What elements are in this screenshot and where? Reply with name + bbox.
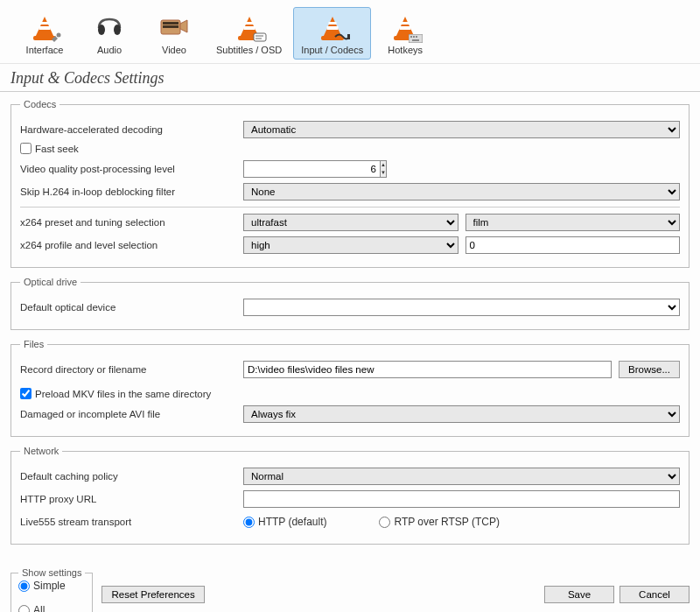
toolbar-item-audio[interactable]: Audio: [79, 7, 140, 60]
svg-rect-10: [409, 34, 423, 43]
damaged-avi-label: Damaged or incomplete AVI file: [20, 409, 243, 419]
preload-mkv-checkbox[interactable]: [20, 388, 32, 399]
skip-h264-select[interactable]: None: [243, 183, 680, 200]
hw-decoding-label: Hardware-accelerated decoding: [20, 124, 243, 135]
record-dir-input[interactable]: [243, 361, 612, 378]
x264-level-input[interactable]: [466, 236, 681, 254]
toolbar-label: Audio: [97, 45, 122, 55]
toolbar-item-hotkeys[interactable]: Hotkeys: [374, 7, 436, 60]
skip-h264-label: Skip H.264 in-loop deblocking filter: [20, 186, 243, 197]
live555-label: Live555 stream transport: [20, 517, 243, 527]
x264-profile-label: x264 profile and level selection: [20, 240, 243, 250]
svg-point-1: [98, 25, 105, 35]
x264-profile-select[interactable]: high: [243, 236, 458, 254]
codecs-group: Codecs Hardware-accelerated decoding Aut…: [10, 99, 690, 268]
svg-rect-9: [347, 34, 350, 39]
default-optical-combo[interactable]: [243, 299, 680, 316]
page-title: Input & Codecs Settings: [0, 64, 700, 92]
damaged-avi-select[interactable]: Always fix: [243, 405, 680, 423]
svg-rect-4: [163, 22, 178, 25]
subtitles-icon: [232, 11, 267, 43]
keyboard-icon: [409, 34, 423, 43]
record-dir-label: Record directory or filename: [20, 364, 243, 375]
svg-point-0: [57, 33, 61, 38]
text-bubble-icon: [253, 32, 267, 43]
toolbar-item-subtitles[interactable]: Subtitles / OSD: [208, 7, 290, 60]
browse-button[interactable]: Browse...: [619, 361, 680, 378]
spin-down-icon[interactable]: ▼: [381, 169, 386, 177]
svg-rect-14: [412, 39, 419, 41]
svg-point-2: [114, 25, 121, 35]
fast-seek-checkbox[interactable]: [20, 143, 32, 154]
bottom-bar: Show settings Simple All Reset Preferenc…: [0, 560, 700, 612]
spin-up-icon[interactable]: ▲: [381, 161, 386, 169]
x264-tune-select[interactable]: film: [466, 214, 681, 231]
caching-label: Default caching policy: [20, 471, 243, 482]
proxy-label: HTTP proxy URL: [20, 494, 243, 504]
vq-pp-spinner[interactable]: ▲▼: [243, 160, 366, 178]
live555-rtp-radio[interactable]: [379, 517, 390, 528]
toolbar-label: Input / Codecs: [301, 45, 363, 55]
files-legend: Files: [20, 339, 47, 349]
wrench-icon: [50, 32, 62, 43]
svg-rect-5: [163, 25, 178, 28]
optical-group: Optical drive Default optical device: [10, 277, 690, 330]
all-radio[interactable]: [18, 605, 30, 613]
settings-content: Codecs Hardware-accelerated decoding Aut…: [0, 92, 700, 560]
proxy-input[interactable]: [243, 490, 680, 508]
svg-rect-13: [416, 36, 417, 38]
all-label: All: [33, 604, 45, 612]
x264-preset-select[interactable]: ultrafast: [243, 214, 458, 231]
reset-preferences-button[interactable]: Reset Preferences: [102, 586, 204, 603]
simple-radio[interactable]: [18, 580, 30, 592]
svg-rect-6: [254, 33, 266, 41]
cable-icon: [334, 31, 350, 43]
hotkeys-icon: [388, 11, 423, 43]
simple-label: Simple: [33, 580, 66, 592]
vq-pp-label: Video quality post-processing level: [20, 164, 243, 174]
show-settings-group: Show settings Simple All: [10, 567, 93, 612]
toolbar-label: Hotkeys: [388, 45, 423, 55]
codecs-legend: Codecs: [20, 99, 60, 109]
input-codecs-icon: [315, 11, 350, 43]
toolbar-item-video[interactable]: Video: [144, 7, 205, 60]
toolbar-label: Subtitles / OSD: [216, 45, 282, 55]
x264-preset-label: x264 preset and tuning selection: [20, 217, 243, 228]
toolbar-item-interface[interactable]: Interface: [14, 7, 75, 60]
toolbar-item-input-codecs[interactable]: Input / Codecs: [293, 7, 371, 60]
video-icon: [157, 11, 192, 43]
hw-decoding-select[interactable]: Automatic: [243, 121, 680, 138]
interface-icon: [27, 11, 62, 43]
files-group: Files Record directory or filename Brows…: [10, 339, 690, 437]
live555-rtp-label: RTP over RTSP (TCP): [394, 516, 499, 528]
save-button[interactable]: Save: [544, 586, 614, 603]
fast-seek-label: Fast seek: [35, 144, 79, 154]
toolbar-label: Video: [162, 45, 186, 55]
network-group: Network Default caching policy Normal HT…: [10, 446, 690, 545]
network-legend: Network: [20, 446, 62, 456]
default-optical-label: Default optical device: [20, 302, 243, 313]
optical-legend: Optical drive: [20, 277, 80, 287]
preload-mkv-label: Preload MKV files in the same directory: [35, 389, 211, 399]
svg-rect-11: [410, 36, 412, 38]
vq-pp-input[interactable]: [243, 160, 381, 178]
toolbar-label: Interface: [26, 45, 64, 55]
svg-rect-12: [413, 36, 415, 38]
show-settings-legend: Show settings: [18, 567, 85, 578]
audio-icon: [92, 11, 127, 43]
category-toolbar: Interface Audio Video Subtitles / OSD In…: [0, 0, 700, 64]
live555-http-radio[interactable]: [243, 517, 255, 528]
live555-http-label: HTTP (default): [258, 516, 326, 528]
caching-select[interactable]: Normal: [243, 468, 680, 485]
cancel-button[interactable]: Cancel: [620, 586, 690, 603]
